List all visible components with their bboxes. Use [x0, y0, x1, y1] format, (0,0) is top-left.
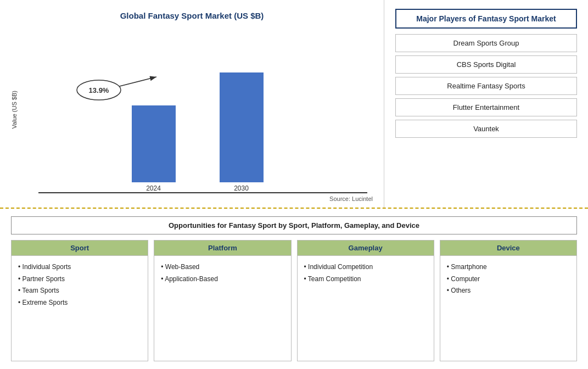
- bar-2024: [132, 105, 176, 182]
- sport-item-2: Team Sports: [18, 285, 141, 297]
- chart-inner: 2024 2030 13.9%: [22, 72, 373, 193]
- device-item-1: Computer: [447, 273, 570, 286]
- svg-line-2: [120, 77, 156, 86]
- players-area: Major Players of Fantasy Sport Market Dr…: [384, 0, 588, 208]
- svg-text:13.9%: 13.9%: [89, 86, 109, 94]
- segment-col-platform: Platform Web-Based Application-Based: [154, 240, 291, 361]
- sport-item-1: Partner Sports: [18, 273, 141, 286]
- platform-item-1: Application-Based: [161, 273, 284, 286]
- bars-container: 2024 2030 13.9%: [22, 72, 373, 209]
- bar-label-2030: 2030: [234, 185, 249, 192]
- segment-col-device: Device Smartphone Computer Others: [440, 240, 577, 361]
- segment-header-gameplay: Gameplay: [298, 241, 434, 256]
- top-section: Global Fantasy Sport Market (US $B) Valu…: [0, 0, 588, 209]
- bar-group-2024: 2024: [132, 105, 176, 192]
- player-item-3: Flutter Entertainment: [395, 98, 577, 116]
- segment-header-sport: Sport: [12, 241, 148, 256]
- device-item-0: Smartphone: [447, 261, 570, 273]
- segment-header-device: Device: [440, 241, 576, 256]
- segment-content-gameplay: Individual Competition Team Competition: [298, 256, 434, 290]
- player-item-2: Realtime Fantasy Sports: [395, 77, 577, 95]
- segment-header-platform: Platform: [154, 241, 290, 256]
- gameplay-item-0: Individual Competition: [304, 261, 427, 273]
- segment-content-platform: Web-Based Application-Based: [154, 256, 290, 290]
- bar-group-2030: 2030: [220, 72, 264, 192]
- sport-item-3: Extreme Sports: [18, 297, 141, 309]
- segment-content-sport: Individual Sports Partner Sports Team Sp…: [12, 256, 148, 314]
- device-item-2: Others: [447, 285, 570, 297]
- player-item-1: CBS Sports Digital: [395, 55, 577, 74]
- gameplay-item-1: Team Competition: [304, 273, 427, 286]
- players-section-title: Major Players of Fantasy Sport Market: [395, 9, 577, 29]
- segments-row: Sport Individual Sports Partner Sports T…: [11, 240, 577, 361]
- segment-col-sport: Sport Individual Sports Partner Sports T…: [11, 240, 148, 361]
- bottom-section: Opportunities for Fantasy Sport by Sport…: [0, 209, 588, 369]
- bar-2030: [220, 72, 264, 182]
- y-axis-label: Value (US $B): [11, 91, 18, 129]
- platform-item-0: Web-Based: [161, 261, 284, 273]
- bar-label-2024: 2024: [146, 185, 161, 192]
- player-item-4: Vauntek: [395, 120, 577, 138]
- chart-wrapper: Value (US $B) 2024 2030: [11, 26, 373, 193]
- chart-title: Global Fantasy Sport Market (US $B): [120, 11, 264, 20]
- sport-item-0: Individual Sports: [18, 261, 141, 273]
- chart-area: Global Fantasy Sport Market (US $B) Valu…: [0, 0, 384, 208]
- svg-point-0: [77, 80, 121, 100]
- segment-col-gameplay: Gameplay Individual Competition Team Com…: [297, 240, 434, 361]
- segment-content-device: Smartphone Computer Others: [440, 256, 576, 303]
- player-item-0: Dream Sports Group: [395, 34, 577, 52]
- opportunities-title: Opportunities for Fantasy Sport by Sport…: [11, 216, 577, 234]
